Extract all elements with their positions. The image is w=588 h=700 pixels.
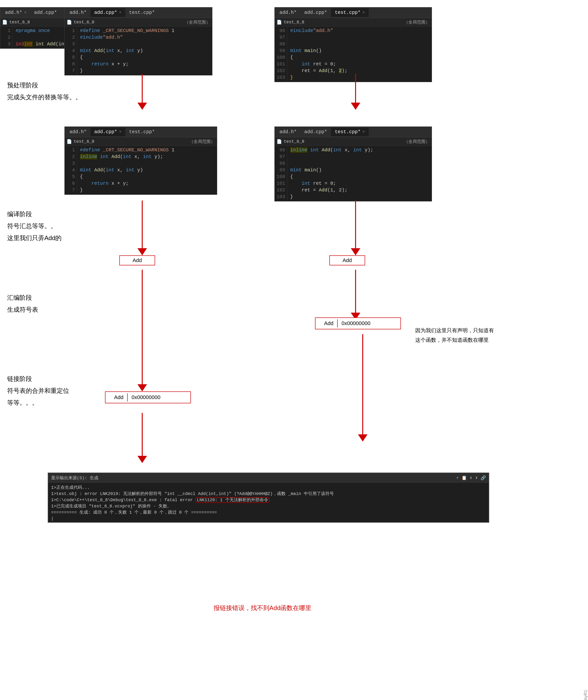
- line-numbers: 96 97 98 99 100 101 102 103: [275, 146, 287, 201]
- close-icon[interactable]: ×: [119, 130, 121, 134]
- link-desc2: 等等。。。: [7, 399, 38, 407]
- link-title: 链接阶段: [7, 375, 32, 383]
- project-icon: 📄: [277, 20, 282, 25]
- add-label-left: Add: [119, 255, 155, 265]
- preprocess-desc: 完成头文件的替换等等。。: [7, 93, 82, 101]
- tab-label: test.cpp*: [335, 10, 361, 15]
- toolbar-icon5: 🔗: [481, 475, 486, 480]
- close-icon[interactable]: ×: [362, 130, 365, 134]
- tab-label: add.h*: [69, 10, 87, 15]
- editor-mid-left: add.h* add.cpp* × test.cpp* 📄 test_6_8 （…: [64, 126, 217, 195]
- output-label: 显示输出来源(S): 生成: [51, 475, 98, 481]
- tab-label: add.cpp*: [34, 10, 57, 15]
- project-name: test_6_8: [284, 139, 304, 144]
- tab-addcpp-ml[interactable]: add.cpp* ×: [90, 128, 125, 136]
- tab-label: test.cpp*: [129, 129, 155, 135]
- editor-top-middle-toolbar: 📄 test_6_8 （全局范围）: [65, 18, 212, 26]
- tab-addh-tl[interactable]: add.h* ×: [1, 8, 30, 17]
- project-name: test_6_8: [9, 20, 30, 25]
- output-line-2: 1>test.obj : error LNK2019: 无法解析的外部符号 "i…: [51, 491, 486, 497]
- tab-label: add.h*: [5, 10, 22, 15]
- close-icon[interactable]: ×: [362, 11, 365, 15]
- arrow-ml-to-add: [137, 200, 147, 255]
- tab-testcpp-tr[interactable]: test.cpp* ×: [331, 8, 369, 17]
- arrow-mr-to-add: [351, 200, 360, 255]
- project-name: test_6_8: [74, 20, 94, 25]
- output-toolbar: 显示输出来源(S): 生成 ⚡ 📋 ⬆ ⬇ 🔗: [48, 473, 489, 483]
- link-add-text: Add: [110, 393, 127, 401]
- arrow-symbol-to-link: [358, 334, 367, 442]
- symbol-table-right: Add 0x00000000: [315, 317, 401, 329]
- preprocess-title: 预处理阶段: [7, 81, 38, 89]
- scope: （全局范围）: [404, 139, 430, 144]
- scope: （全局范围）: [404, 19, 430, 25]
- code-content: #define _CRT_SECURE_NO_WARNINGS 1 #inclu…: [77, 26, 212, 75]
- scope: （全局范围）: [184, 19, 210, 25]
- tab-label: add.cpp*: [94, 10, 117, 15]
- close-icon[interactable]: ×: [24, 11, 26, 15]
- tab-addcpp-tl[interactable]: add.cpp*: [30, 8, 61, 17]
- tab-addcpp-tm[interactable]: add.cpp* ×: [90, 8, 125, 17]
- compile-desc2: 这里我们只弄Add的: [7, 234, 62, 242]
- project-name: test_6_8: [284, 20, 304, 25]
- code-content: inline int Add(int x, int y); ⊟int main(…: [287, 146, 432, 201]
- toolbar-icon1: ⚡: [456, 475, 459, 480]
- editor-top-right-toolbar: 📄 test_6_8 （全局范围）: [275, 18, 432, 26]
- arrow-add-left-down: [137, 270, 147, 391]
- output-line-3: 1>C:\code\C++\test_6_8\Debug\test_6_8.ex…: [51, 497, 486, 503]
- watermark: CSDN @LuckyR1: [583, 690, 588, 700]
- project-icon: 📄: [67, 20, 72, 25]
- tab-testcpp-mr[interactable]: test.cpp* ×: [331, 128, 369, 136]
- tab-addcpp-tr[interactable]: add.cpp*: [300, 8, 331, 17]
- tab-addh-tm[interactable]: add.h*: [66, 8, 90, 17]
- tab-label: add.cpp*: [304, 10, 327, 15]
- output-line-1: 1>正在生成代码...: [51, 484, 486, 491]
- tab-label: add.h*: [69, 129, 87, 135]
- symbol-hex-text: 0x00000000: [337, 319, 374, 327]
- output-line-4: 1>已完成生成项目 "test_6_8.vcxproj" 的操作 - 失败。: [51, 503, 486, 509]
- tab-testcpp-ml[interactable]: test.cpp*: [125, 128, 159, 136]
- add-label-text: Add: [132, 257, 142, 263]
- editor-top-middle: add.h* add.cpp* × test.cpp* 📄 test_6_8 （…: [64, 7, 212, 75]
- scope: （全局范围）: [189, 139, 215, 144]
- editor-mid-right-tabs: add.h* add.cpp* test.cpp* ×: [275, 127, 432, 137]
- editor-top-right-tabs: add.h* add.cpp* test.cpp* ×: [275, 7, 432, 18]
- project-name: test_6_8: [74, 139, 94, 144]
- assemble-title: 汇编阶段: [7, 294, 32, 302]
- tab-label: add.h*: [279, 129, 297, 135]
- add-label-right: Add: [329, 255, 365, 265]
- line-numbers: 1 2 3 4 5 6 7: [65, 26, 77, 75]
- tab-addh-tr[interactable]: add.h*: [276, 8, 300, 17]
- output-cursor: |: [51, 516, 486, 520]
- editor-mid-left-tabs: add.h* add.cpp* × test.cpp*: [65, 127, 217, 137]
- output-body: 1>正在生成代码... 1>test.obj : error LNK2019: …: [48, 483, 489, 522]
- link-desc1: 符号表的合并和重定位: [7, 387, 69, 395]
- tab-label: test.cpp*: [129, 10, 155, 15]
- toolbar-icon2: 📋: [462, 475, 467, 480]
- highlight-lnk1120: LNK1120: 1 个无法解析的外部命令: [195, 497, 270, 503]
- toolbar-icon4: ⬇: [475, 475, 478, 480]
- arrow-tl-to-ml: [137, 74, 147, 110]
- tab-addh-mr[interactable]: add.h*: [276, 128, 300, 136]
- tab-label: add.h*: [279, 10, 297, 15]
- project-icon: 📄: [277, 139, 282, 144]
- tab-label: add.cpp*: [304, 129, 327, 135]
- project-icon: 📄: [67, 139, 72, 144]
- toolbar-icon3: ⬆: [470, 475, 472, 480]
- arrow-add-right-down: [351, 270, 360, 320]
- editor-top-middle-body: 1 2 3 4 5 6 7 #define _CRT_SECURE_NO_WAR…: [65, 26, 212, 75]
- code-content: #define _CRT_SECURE_NO_WARNINGS 1 inline…: [77, 146, 217, 195]
- output-line-5: ========== 生成: 成功 0 个，失败 1 个，最新 0 个，跳过 0…: [51, 509, 486, 516]
- tab-testcpp-tm[interactable]: test.cpp*: [125, 8, 159, 17]
- assemble-desc: 生成符号表: [7, 305, 38, 314]
- line-numbers: 1 2 3: [0, 26, 13, 48]
- assemble-note1: 因为我们这里只有声明，只知道有: [415, 327, 494, 334]
- add-label-text: Add: [342, 257, 352, 263]
- editor-mid-left-toolbar: 📄 test_6_8 （全局范围）: [65, 137, 217, 146]
- tab-addcpp-mr[interactable]: add.cpp*: [300, 128, 331, 136]
- bottom-caption: 报链接错误，找不到Add函数在哪里: [143, 604, 382, 612]
- editor-top-right: add.h* add.cpp* test.cpp* × 📄 test_6_8 （…: [274, 7, 432, 82]
- close-icon[interactable]: ×: [119, 11, 121, 15]
- tab-addh-ml[interactable]: add.h*: [66, 128, 90, 136]
- line-numbers: 96 97 98 99 100 101 102 103: [275, 26, 287, 82]
